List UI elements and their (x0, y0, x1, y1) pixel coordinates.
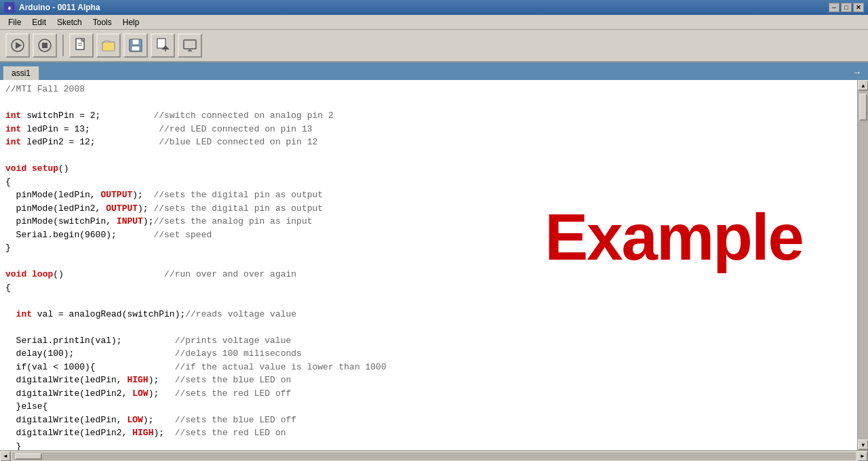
code-line: Serial.println(val); //prints voltage va… (5, 334, 852, 348)
tab-assi1[interactable]: assi1 (3, 66, 39, 80)
code-line: //MTI Fall 2008 (5, 83, 852, 96)
tab-bar: assi1 → (0, 62, 868, 80)
title-left: ♦ Arduino - 0011 Alpha (4, 2, 100, 13)
menu-bar: File Edit Sketch Tools Help (0, 15, 868, 30)
window-title: Arduino - 0011 Alpha (19, 3, 100, 12)
scroll-right-button[interactable]: ▶ (857, 451, 868, 462)
code-line: { (5, 176, 852, 189)
menu-file[interactable]: File (3, 16, 26, 28)
code-line: pinMode(switchPin, INPUT);//sets the ana… (5, 215, 852, 228)
toolbar (0, 30, 868, 62)
svg-rect-10 (132, 39, 139, 45)
code-line (5, 255, 852, 268)
upload-button[interactable] (151, 33, 175, 58)
code-line: delay(100); //delays 100 miliseconds (5, 347, 852, 361)
code-editor[interactable]: //MTI Fall 2008 int switchPin = 2; //swi… (0, 80, 857, 450)
vertical-scrollbar[interactable]: ▲ ▼ (857, 80, 868, 450)
scroll-track-horizontal[interactable] (12, 452, 856, 460)
code-line: } (5, 241, 852, 255)
open-button[interactable] (96, 33, 121, 58)
new-button[interactable] (69, 33, 94, 58)
stop-button[interactable] (33, 33, 57, 58)
code-line: digitalWrite(ledPin, LOW); //sets the bl… (5, 414, 852, 427)
scroll-track-vertical[interactable] (858, 91, 868, 439)
monitor-button[interactable] (178, 33, 202, 58)
svg-marker-1 (16, 42, 22, 49)
code-line: } (5, 440, 852, 451)
scroll-thumb-horizontal[interactable] (15, 453, 42, 460)
tab-arrow[interactable]: → (849, 65, 865, 80)
code-line (5, 294, 852, 308)
code-line (5, 96, 852, 110)
menu-help[interactable]: Help (117, 16, 145, 28)
svg-rect-8 (102, 42, 115, 51)
svg-rect-15 (184, 40, 196, 49)
code-line: pinMode(ledPin2, OUTPUT); //sets the dig… (5, 202, 852, 216)
save-button[interactable] (123, 33, 148, 58)
maximize-button[interactable]: □ (841, 3, 852, 12)
horizontal-scrollbar[interactable]: ◀ ▶ (0, 450, 868, 461)
run-button[interactable] (5, 33, 30, 58)
scroll-up-button[interactable]: ▲ (858, 80, 868, 91)
menu-sketch[interactable]: Sketch (52, 16, 87, 28)
title-bar: ♦ Arduino - 0011 Alpha ─ □ ✕ (0, 0, 868, 15)
code-line: digitalWrite(ledPin, HIGH); //sets the b… (5, 374, 852, 387)
code-line (5, 149, 852, 163)
editor-container: //MTI Fall 2008 int switchPin = 2; //swi… (0, 80, 868, 450)
scroll-left-button[interactable]: ◀ (0, 451, 11, 462)
scroll-thumb-vertical[interactable] (859, 94, 867, 121)
scroll-down-button[interactable]: ▼ (858, 439, 868, 450)
code-line: int ledPin2 = 12; //blue LED connected o… (5, 136, 852, 149)
menu-tools[interactable]: Tools (87, 16, 117, 28)
minimize-button[interactable]: ─ (829, 3, 840, 12)
code-line: int switchPin = 2; //switch connected on… (5, 109, 852, 123)
svg-rect-11 (132, 46, 140, 51)
code-line: pinMode(ledPin, OUTPUT); //sets the digi… (5, 188, 852, 202)
menu-edit[interactable]: Edit (26, 16, 52, 28)
svg-rect-3 (42, 43, 47, 48)
code-line: void setup() (5, 162, 852, 176)
code-line: int val = analogRead(switchPin);//reads … (5, 308, 852, 321)
code-line: digitalWrite(ledPin2, LOW); //sets the r… (5, 387, 852, 401)
code-line (5, 321, 852, 334)
toolbar-separator-1 (62, 35, 64, 56)
code-line: int ledPin = 13; //red LED connected on … (5, 123, 852, 136)
title-buttons: ─ □ ✕ (829, 3, 864, 12)
code-line: { (5, 281, 852, 295)
code-line: void loop() //run over and over again (5, 268, 852, 281)
code-area: //MTI Fall 2008 int switchPin = 2; //swi… (5, 83, 852, 450)
code-line: if(val < 1000){ //if the actual value is… (5, 361, 852, 374)
code-line: Serial.begin(9600); //set speed (5, 228, 852, 242)
code-line: }else{ (5, 400, 852, 414)
close-button[interactable]: ✕ (853, 3, 864, 12)
code-line: digitalWrite(ledPin2, HIGH); //sets the … (5, 426, 852, 440)
app-icon: ♦ (4, 2, 15, 13)
